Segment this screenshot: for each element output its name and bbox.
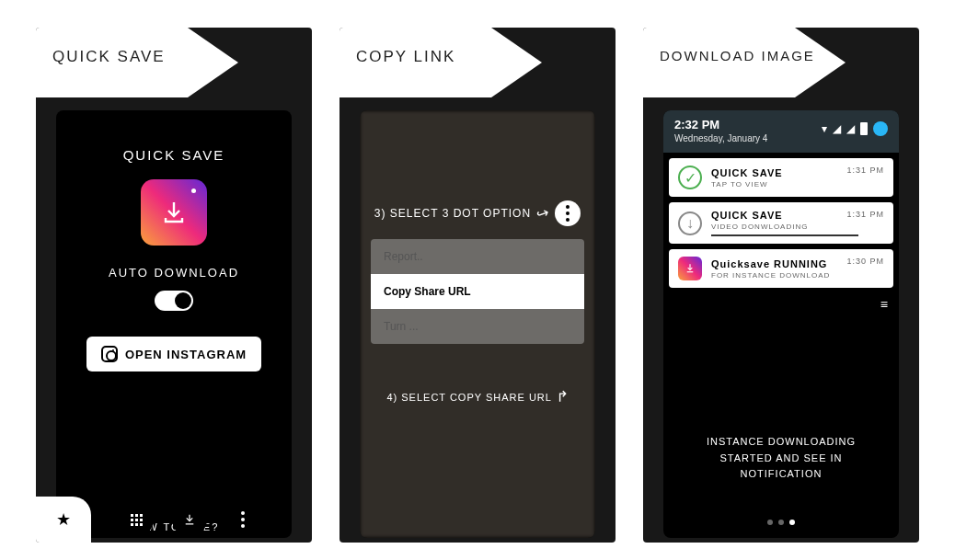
notification-item[interactable]: ↓ QUICK SAVE VIDEO DONWLOADING 1:31 PM	[669, 202, 893, 244]
download-icon: ↓	[678, 211, 702, 235]
step-3-hint: 3) SELECT 3 DOT OPTION ↩	[360, 200, 595, 226]
signal-icon: ◢	[846, 122, 855, 135]
wifi-icon: ▾	[822, 122, 827, 135]
menu-copy-share-url[interactable]: Copy Share URL	[371, 274, 584, 309]
notification-item[interactable]: Quicksave RUNNING FOR INSTANCE DOWNLOAD …	[669, 249, 893, 288]
nav-downloads[interactable]	[172, 502, 207, 537]
screenshot-copy-link: COPY LINK 3) SELECT 3 DOT OPTION ↩ Repor…	[339, 28, 616, 543]
auto-download-toggle[interactable]	[155, 291, 193, 311]
download-icon	[182, 512, 197, 527]
nav-grid[interactable]	[119, 502, 154, 537]
screenshot-download-image: DOWNLOAD IMAGE 2:32 PM Wednesday, Januar…	[643, 28, 919, 543]
progress-bar	[711, 234, 858, 236]
bottom-nav: ★	[36, 497, 312, 543]
step-4-hint: 4) SELECT COPY SHARE URL ↲	[360, 387, 595, 405]
banner-title: DOWNLOAD IMAGE	[660, 48, 815, 64]
signal-icon: ◢	[833, 122, 841, 135]
status-bar: 2:32 PM Wednesday, January 4 ▾ ◢ ◢	[663, 110, 899, 153]
instagram-icon	[101, 346, 118, 362]
menu-turn[interactable]: Turn ...	[371, 309, 584, 344]
app-logo-icon	[678, 257, 702, 280]
page-indicator	[663, 520, 899, 525]
phone-screen-2: 3) SELECT 3 DOT OPTION ↩ Report.. Copy S…	[360, 110, 595, 538]
menu-report[interactable]: Report..	[371, 239, 584, 274]
nav-more[interactable]	[225, 502, 260, 537]
notification-list: ✓ QUICK SAVE TAP TO VIEW 1:31 PM ↓ QUICK…	[663, 153, 899, 321]
grid-icon	[131, 514, 143, 526]
context-menu: Report.. Copy Share URL Turn ...	[371, 239, 584, 344]
three-dot-button[interactable]	[555, 200, 581, 226]
user-avatar-icon[interactable]	[873, 121, 888, 136]
star-icon: ★	[56, 509, 71, 530]
phone-screen-1: QUICK SAVE AUTO DOWNLOAD OPEN INSTAGRAM …	[56, 110, 292, 538]
banner-title: COPY LINK	[356, 48, 455, 66]
clear-notifications-icon[interactable]: ≡	[873, 293, 893, 315]
arrow-icon: ↲	[556, 387, 569, 405]
battery-icon	[860, 122, 868, 135]
app-title: QUICK SAVE	[123, 147, 225, 163]
open-instagram-label: OPEN INSTAGRAM	[125, 348, 247, 361]
app-logo-icon	[141, 179, 207, 246]
more-icon	[241, 511, 245, 528]
open-instagram-button[interactable]: OPEN INSTAGRAM	[86, 337, 261, 371]
notification-item[interactable]: ✓ QUICK SAVE TAP TO VIEW 1:31 PM	[669, 158, 893, 197]
phone-screen-3: 2:32 PM Wednesday, January 4 ▾ ◢ ◢ ✓ QUI…	[663, 110, 899, 538]
check-icon: ✓	[678, 166, 702, 189]
screenshot-quick-save: QUICK SAVE QUICK SAVE AUTO DOWNLOAD OPEN…	[36, 28, 312, 543]
auto-download-label: AUTO DOWNLOAD	[109, 266, 239, 280]
nav-favorites[interactable]: ★	[36, 497, 91, 543]
banner-title: QUICK SAVE	[52, 48, 166, 66]
arrow-icon: ↩	[534, 203, 552, 224]
